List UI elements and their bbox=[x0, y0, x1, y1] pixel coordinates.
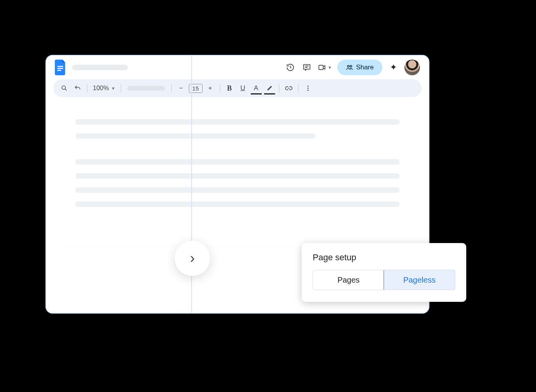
separator bbox=[220, 84, 220, 93]
svg-rect-2 bbox=[57, 70, 61, 71]
sparkle-icon[interactable]: ✦ bbox=[388, 62, 399, 73]
separator bbox=[279, 84, 279, 93]
popup-title: Page setup bbox=[313, 252, 455, 263]
svg-rect-6 bbox=[319, 65, 323, 70]
highlight-color-button[interactable] bbox=[264, 83, 275, 94]
svg-rect-3 bbox=[303, 65, 310, 69]
top-bar: ▼ Share ✦ bbox=[46, 56, 429, 79]
page-setup-popup: Page setup Pages Pageless bbox=[302, 243, 466, 302]
svg-line-10 bbox=[65, 89, 67, 91]
meet-button[interactable]: ▼ bbox=[318, 63, 332, 72]
separator bbox=[171, 84, 172, 93]
bold-button[interactable]: B bbox=[224, 83, 235, 94]
search-icon[interactable] bbox=[59, 83, 70, 94]
pages-option[interactable]: Pages bbox=[313, 270, 384, 290]
underline-button[interactable]: U bbox=[237, 83, 248, 94]
svg-point-7 bbox=[347, 65, 349, 67]
user-avatar[interactable] bbox=[404, 60, 420, 75]
svg-point-11 bbox=[307, 85, 308, 87]
docs-logo bbox=[55, 60, 67, 75]
text-placeholder bbox=[75, 187, 400, 193]
font-size-increase[interactable]: + bbox=[205, 83, 216, 94]
font-size-decrease[interactable]: − bbox=[176, 83, 187, 94]
svg-rect-1 bbox=[57, 68, 63, 69]
text-placeholder bbox=[75, 159, 400, 165]
separator bbox=[298, 84, 299, 93]
text-placeholder bbox=[75, 173, 400, 179]
chevron-right-icon: › bbox=[190, 250, 195, 267]
dropdown-caret-icon: ▼ bbox=[328, 65, 332, 70]
share-button[interactable]: Share bbox=[337, 60, 382, 75]
document-title-placeholder[interactable] bbox=[72, 65, 128, 70]
separator bbox=[87, 84, 87, 93]
page-setup-toggle: Pages Pageless bbox=[313, 270, 455, 290]
more-icon[interactable] bbox=[302, 83, 313, 94]
expand-button[interactable]: › bbox=[175, 241, 210, 276]
text-placeholder bbox=[75, 133, 315, 139]
svg-rect-0 bbox=[57, 66, 63, 67]
toolbar: 100% ▼ − 15 + B U A bbox=[53, 79, 422, 97]
pageless-option[interactable]: Pageless bbox=[384, 270, 455, 290]
separator bbox=[121, 84, 121, 93]
comment-icon[interactable] bbox=[301, 62, 312, 73]
document-page[interactable] bbox=[56, 103, 419, 247]
text-placeholder bbox=[75, 201, 400, 207]
font-size-input[interactable]: 15 bbox=[189, 84, 203, 93]
svg-point-8 bbox=[350, 65, 352, 67]
svg-point-12 bbox=[307, 88, 308, 89]
undo-icon[interactable] bbox=[72, 83, 83, 94]
font-select-placeholder[interactable] bbox=[127, 86, 165, 91]
history-icon[interactable] bbox=[285, 62, 296, 73]
svg-point-9 bbox=[62, 86, 65, 89]
zoom-value: 100% bbox=[93, 85, 109, 92]
text-color-button[interactable]: A bbox=[251, 83, 262, 94]
link-icon[interactable] bbox=[283, 83, 294, 94]
zoom-select[interactable]: 100% ▼ bbox=[91, 85, 117, 92]
dropdown-caret-icon: ▼ bbox=[111, 86, 115, 91]
share-label: Share bbox=[356, 64, 374, 71]
text-placeholder bbox=[75, 119, 400, 125]
svg-point-13 bbox=[307, 90, 308, 91]
